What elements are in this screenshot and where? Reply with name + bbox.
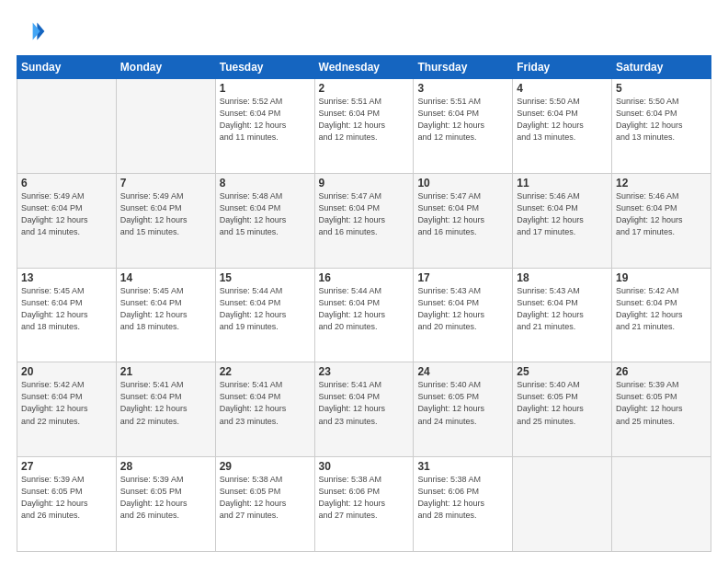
header — [17, 17, 711, 46]
calendar-cell: 22Sunrise: 5:41 AM Sunset: 6:04 PM Dayli… — [215, 362, 314, 457]
calendar-cell — [513, 457, 612, 552]
weekday-header: Monday — [116, 56, 215, 79]
day-info: Sunrise: 5:50 AM Sunset: 6:04 PM Dayligh… — [616, 96, 707, 144]
day-number: 12 — [616, 177, 707, 190]
day-number: 19 — [616, 271, 707, 284]
weekday-header: Sunday — [17, 56, 117, 79]
day-number: 18 — [517, 271, 608, 284]
calendar-cell: 14Sunrise: 5:45 AM Sunset: 6:04 PM Dayli… — [116, 268, 215, 362]
calendar-cell: 4Sunrise: 5:50 AM Sunset: 6:04 PM Daylig… — [513, 79, 612, 174]
day-info: Sunrise: 5:44 AM Sunset: 6:04 PM Dayligh… — [319, 285, 410, 333]
page: SundayMondayTuesdayWednesdayThursdayFrid… — [0, 0, 728, 563]
day-info: Sunrise: 5:49 AM Sunset: 6:04 PM Dayligh… — [120, 190, 211, 238]
day-number: 23 — [319, 365, 410, 378]
day-number: 4 — [517, 82, 608, 95]
calendar-cell: 7Sunrise: 5:49 AM Sunset: 6:04 PM Daylig… — [116, 173, 215, 268]
calendar-cell: 5Sunrise: 5:50 AM Sunset: 6:04 PM Daylig… — [612, 79, 711, 174]
day-info: Sunrise: 5:47 AM Sunset: 6:04 PM Dayligh… — [319, 190, 410, 238]
calendar-cell: 6Sunrise: 5:49 AM Sunset: 6:04 PM Daylig… — [17, 173, 117, 268]
calendar: SundayMondayTuesdayWednesdayThursdayFrid… — [17, 55, 711, 552]
day-info: Sunrise: 5:39 AM Sunset: 6:05 PM Dayligh… — [120, 474, 211, 522]
day-number: 14 — [120, 271, 211, 284]
calendar-cell: 3Sunrise: 5:51 AM Sunset: 6:04 PM Daylig… — [414, 79, 513, 174]
logo-icon — [17, 17, 46, 46]
day-info: Sunrise: 5:43 AM Sunset: 6:04 PM Dayligh… — [517, 285, 608, 333]
day-info: Sunrise: 5:41 AM Sunset: 6:04 PM Dayligh… — [319, 379, 410, 427]
calendar-cell: 30Sunrise: 5:38 AM Sunset: 6:06 PM Dayli… — [314, 457, 414, 552]
weekday-header: Wednesday — [314, 56, 414, 79]
day-info: Sunrise: 5:51 AM Sunset: 6:04 PM Dayligh… — [417, 96, 508, 144]
day-number: 20 — [21, 365, 112, 378]
day-number: 2 — [319, 82, 410, 95]
day-info: Sunrise: 5:46 AM Sunset: 6:04 PM Dayligh… — [616, 190, 707, 238]
calendar-cell: 9Sunrise: 5:47 AM Sunset: 6:04 PM Daylig… — [314, 173, 414, 268]
calendar-cell: 17Sunrise: 5:43 AM Sunset: 6:04 PM Dayli… — [414, 268, 513, 362]
calendar-cell — [116, 79, 215, 174]
day-info: Sunrise: 5:40 AM Sunset: 6:05 PM Dayligh… — [417, 379, 508, 427]
day-number: 25 — [517, 365, 608, 378]
day-info: Sunrise: 5:41 AM Sunset: 6:04 PM Dayligh… — [120, 379, 211, 427]
calendar-cell: 21Sunrise: 5:41 AM Sunset: 6:04 PM Dayli… — [116, 362, 215, 457]
day-info: Sunrise: 5:40 AM Sunset: 6:05 PM Dayligh… — [517, 379, 608, 427]
day-info: Sunrise: 5:48 AM Sunset: 6:04 PM Dayligh… — [220, 190, 311, 238]
day-info: Sunrise: 5:38 AM Sunset: 6:05 PM Dayligh… — [220, 474, 311, 522]
calendar-cell: 1Sunrise: 5:52 AM Sunset: 6:04 PM Daylig… — [215, 79, 314, 174]
day-number: 30 — [319, 460, 410, 473]
calendar-cell: 11Sunrise: 5:46 AM Sunset: 6:04 PM Dayli… — [513, 173, 612, 268]
day-number: 7 — [120, 177, 211, 190]
calendar-cell: 8Sunrise: 5:48 AM Sunset: 6:04 PM Daylig… — [215, 173, 314, 268]
day-info: Sunrise: 5:38 AM Sunset: 6:06 PM Dayligh… — [417, 474, 508, 522]
weekday-header: Saturday — [612, 56, 711, 79]
day-number: 17 — [417, 271, 508, 284]
day-number: 28 — [120, 460, 211, 473]
day-number: 1 — [220, 82, 311, 95]
day-info: Sunrise: 5:45 AM Sunset: 6:04 PM Dayligh… — [21, 285, 112, 333]
day-number: 10 — [417, 177, 508, 190]
day-info: Sunrise: 5:45 AM Sunset: 6:04 PM Dayligh… — [120, 285, 211, 333]
day-info: Sunrise: 5:38 AM Sunset: 6:06 PM Dayligh… — [319, 474, 410, 522]
day-number: 5 — [616, 82, 707, 95]
day-info: Sunrise: 5:42 AM Sunset: 6:04 PM Dayligh… — [616, 285, 707, 333]
day-info: Sunrise: 5:47 AM Sunset: 6:04 PM Dayligh… — [417, 190, 508, 238]
weekday-header: Thursday — [414, 56, 513, 79]
calendar-cell: 13Sunrise: 5:45 AM Sunset: 6:04 PM Dayli… — [17, 268, 117, 362]
day-number: 24 — [417, 365, 508, 378]
day-info: Sunrise: 5:46 AM Sunset: 6:04 PM Dayligh… — [517, 190, 608, 238]
calendar-cell: 10Sunrise: 5:47 AM Sunset: 6:04 PM Dayli… — [414, 173, 513, 268]
day-info: Sunrise: 5:39 AM Sunset: 6:05 PM Dayligh… — [616, 379, 707, 427]
day-info: Sunrise: 5:41 AM Sunset: 6:04 PM Dayligh… — [220, 379, 311, 427]
day-number: 26 — [616, 365, 707, 378]
day-info: Sunrise: 5:44 AM Sunset: 6:04 PM Dayligh… — [220, 285, 311, 333]
calendar-cell: 15Sunrise: 5:44 AM Sunset: 6:04 PM Dayli… — [215, 268, 314, 362]
calendar-cell — [612, 457, 711, 552]
calendar-cell: 26Sunrise: 5:39 AM Sunset: 6:05 PM Dayli… — [612, 362, 711, 457]
calendar-cell: 19Sunrise: 5:42 AM Sunset: 6:04 PM Dayli… — [612, 268, 711, 362]
day-number: 9 — [319, 177, 410, 190]
day-number: 11 — [517, 177, 608, 190]
day-number: 29 — [220, 460, 311, 473]
day-number: 31 — [417, 460, 508, 473]
calendar-cell: 29Sunrise: 5:38 AM Sunset: 6:05 PM Dayli… — [215, 457, 314, 552]
day-number: 8 — [220, 177, 311, 190]
day-info: Sunrise: 5:51 AM Sunset: 6:04 PM Dayligh… — [319, 96, 410, 144]
calendar-cell: 2Sunrise: 5:51 AM Sunset: 6:04 PM Daylig… — [314, 79, 414, 174]
day-number: 3 — [417, 82, 508, 95]
weekday-header: Friday — [513, 56, 612, 79]
day-number: 13 — [21, 271, 112, 284]
day-info: Sunrise: 5:39 AM Sunset: 6:05 PM Dayligh… — [21, 474, 112, 522]
calendar-cell: 24Sunrise: 5:40 AM Sunset: 6:05 PM Dayli… — [414, 362, 513, 457]
weekday-header: Tuesday — [215, 56, 314, 79]
day-info: Sunrise: 5:49 AM Sunset: 6:04 PM Dayligh… — [21, 190, 112, 238]
logo — [17, 17, 48, 46]
day-info: Sunrise: 5:52 AM Sunset: 6:04 PM Dayligh… — [220, 96, 311, 144]
day-number: 15 — [220, 271, 311, 284]
day-info: Sunrise: 5:42 AM Sunset: 6:04 PM Dayligh… — [21, 379, 112, 427]
calendar-cell: 27Sunrise: 5:39 AM Sunset: 6:05 PM Dayli… — [17, 457, 117, 552]
calendar-cell: 20Sunrise: 5:42 AM Sunset: 6:04 PM Dayli… — [17, 362, 117, 457]
calendar-cell: 12Sunrise: 5:46 AM Sunset: 6:04 PM Dayli… — [612, 173, 711, 268]
calendar-cell: 31Sunrise: 5:38 AM Sunset: 6:06 PM Dayli… — [414, 457, 513, 552]
day-number: 16 — [319, 271, 410, 284]
day-info: Sunrise: 5:50 AM Sunset: 6:04 PM Dayligh… — [517, 96, 608, 144]
calendar-cell: 23Sunrise: 5:41 AM Sunset: 6:04 PM Dayli… — [314, 362, 414, 457]
day-number: 27 — [21, 460, 112, 473]
